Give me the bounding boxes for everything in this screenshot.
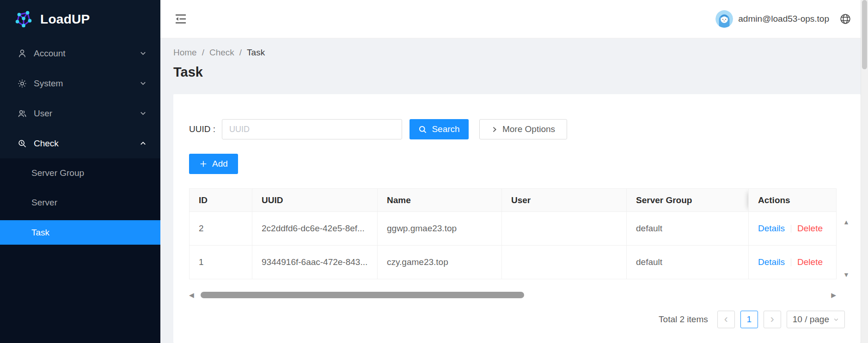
- scroll-up-icon[interactable]: ▲: [843, 219, 850, 225]
- header-actions: Actions: [749, 189, 837, 212]
- page-content: Home / Check / Task Task UUID :: [160, 38, 861, 343]
- search-form: UUID : Search More: [189, 119, 851, 139]
- chevron-down-icon: [140, 80, 147, 87]
- uuid-input[interactable]: [222, 119, 402, 139]
- cell-uuid: 2c2ddfd6-dc6e-42e5-8ef...: [252, 212, 378, 246]
- scrollbar-track[interactable]: [196, 292, 829, 298]
- scroll-left-icon[interactable]: ◀: [189, 292, 194, 298]
- sidebar-item-user[interactable]: User: [0, 98, 160, 128]
- cell-uuid: 9344916f-6aac-472e-843...: [252, 246, 378, 279]
- cell-actions: DetailsDelete: [749, 246, 837, 279]
- breadcrumb-separator: /: [239, 48, 242, 58]
- topbar: admin@load53-ops.top: [160, 0, 861, 38]
- header-name: Name: [378, 189, 502, 212]
- pagination-total: Total 2 items: [659, 314, 708, 325]
- logo[interactable]: LoadUP: [0, 0, 160, 38]
- task-table-area: ID UUID Name User Server Group Actions 2: [189, 188, 852, 299]
- breadcrumb-current: Task: [247, 48, 265, 58]
- pagination: Total 2 items ‹ 1 › 10 / page: [189, 311, 851, 328]
- details-link[interactable]: Details: [758, 223, 785, 233]
- sidebar-item-server-group[interactable]: Server Group: [0, 158, 160, 188]
- search-button-label: Search: [432, 124, 459, 134]
- cell-name: ggwp.gmae23.top: [378, 212, 502, 246]
- sidebar-item-label: Server: [31, 198, 57, 208]
- breadcrumb-check[interactable]: Check: [209, 48, 234, 58]
- gear-icon: [17, 78, 28, 89]
- cell-id: 1: [189, 246, 252, 279]
- sidebar-item-check[interactable]: Check: [0, 128, 160, 158]
- vertical-scroll-arrows: ▲ ▼: [842, 219, 851, 278]
- chevron-down-icon: [140, 50, 147, 57]
- menu-fold-icon[interactable]: [174, 13, 187, 25]
- check-submenu: Server Group Server Task: [0, 158, 160, 343]
- sidebar-item-account[interactable]: Account: [0, 38, 160, 68]
- team-icon: [17, 108, 28, 119]
- sidebar-item-system[interactable]: System: [0, 68, 160, 98]
- scroll-down-icon[interactable]: ▼: [843, 271, 850, 278]
- sidebar-item-label: Server Group: [31, 168, 84, 178]
- chevron-right-icon: [491, 126, 498, 133]
- more-options-button[interactable]: More Options: [479, 119, 567, 139]
- table-header-row: ID UUID Name User Server Group Actions: [189, 189, 837, 212]
- scroll-right-icon[interactable]: ▶: [831, 292, 836, 298]
- breadcrumb: Home / Check / Task: [173, 48, 861, 58]
- page-title: Task: [173, 65, 861, 80]
- sidebar-item-label: User: [34, 108, 140, 119]
- page-scrollbar-thumb[interactable]: [862, 0, 867, 69]
- header-id: ID: [189, 189, 252, 212]
- delete-link[interactable]: Delete: [797, 223, 823, 233]
- avatar[interactable]: [715, 10, 733, 28]
- cell-id: 2: [189, 212, 252, 246]
- search-icon: [418, 125, 427, 134]
- cell-actions: DetailsDelete: [749, 212, 837, 246]
- breadcrumb-separator: /: [202, 48, 204, 58]
- action-divider: [791, 259, 791, 266]
- magnifier-icon: [17, 138, 28, 149]
- more-options-label: More Options: [502, 124, 555, 134]
- page-size-value: 10 / page: [793, 314, 829, 325]
- action-divider: [791, 225, 791, 233]
- details-link[interactable]: Details: [758, 257, 785, 267]
- chevron-down-icon: [833, 317, 839, 322]
- user-icon: [17, 48, 28, 59]
- uuid-label: UUID :: [189, 124, 215, 134]
- add-button[interactable]: Add: [189, 154, 238, 174]
- table-row: 1 9344916f-6aac-472e-843... czy.game23.t…: [189, 246, 837, 279]
- cell-server-group: default: [627, 246, 749, 279]
- cell-server-group: default: [627, 212, 749, 246]
- table-row: 2 2c2ddfd6-dc6e-42e5-8ef... ggwp.gmae23.…: [189, 212, 837, 246]
- task-table: ID UUID Name User Server Group Actions 2: [189, 188, 837, 279]
- app-title: LoadUP: [40, 12, 90, 27]
- sidebar-item-server[interactable]: Server: [0, 188, 160, 217]
- chevron-left-icon: ‹: [724, 313, 728, 325]
- app-root: LoadUP Account: [0, 0, 868, 343]
- header-uuid: UUID: [252, 189, 378, 212]
- sidebar-item-task[interactable]: Task: [0, 220, 160, 245]
- sidebar-menu: Account System: [0, 38, 160, 343]
- chevron-up-icon: [140, 140, 147, 147]
- page-scrollbar[interactable]: [861, 0, 868, 343]
- pagination-page-1[interactable]: 1: [740, 311, 758, 328]
- pagination-prev-button[interactable]: ‹: [717, 311, 735, 328]
- sidebar-item-label: System: [34, 78, 140, 89]
- sidebar-item-label: Account: [34, 48, 140, 59]
- logo-icon: [13, 9, 34, 30]
- cell-name: czy.game23.top: [378, 246, 502, 279]
- plus-icon: [199, 160, 208, 168]
- sidebar-item-label: Check: [34, 138, 140, 149]
- user-email[interactable]: admin@load53-ops.top: [738, 14, 829, 24]
- breadcrumb-home[interactable]: Home: [173, 48, 197, 58]
- scrollbar-thumb[interactable]: [201, 292, 524, 298]
- page-size-select[interactable]: 10 / page: [787, 311, 845, 328]
- header-user: User: [502, 189, 627, 212]
- horizontal-scrollbar[interactable]: ◀ ▶: [189, 291, 836, 299]
- delete-link[interactable]: Delete: [797, 257, 823, 267]
- search-button[interactable]: Search: [410, 119, 469, 139]
- topbar-right: admin@load53-ops.top: [715, 10, 854, 28]
- cell-user: [502, 246, 627, 279]
- pagination-next-button[interactable]: ›: [764, 311, 781, 328]
- main-area: admin@load53-ops.top Home / Check / Task…: [160, 0, 861, 343]
- chevron-right-icon: ›: [770, 313, 774, 325]
- language-globe-icon[interactable]: [839, 13, 851, 25]
- cell-user: [502, 212, 627, 246]
